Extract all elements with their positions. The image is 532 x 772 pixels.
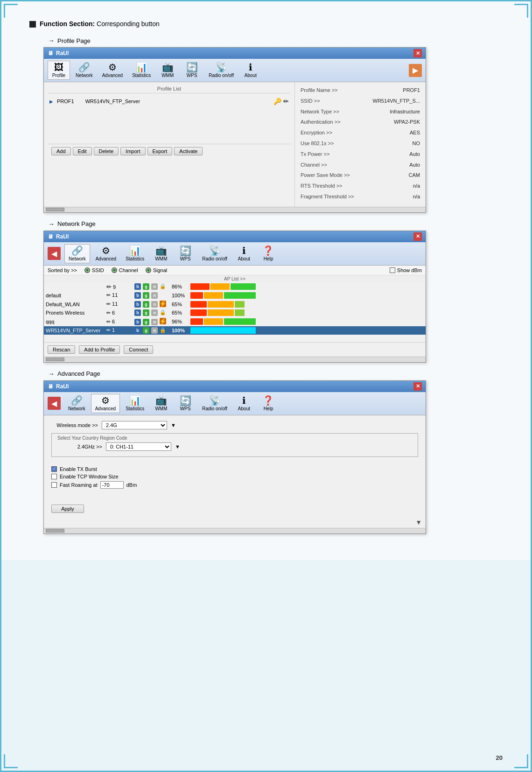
cell-signal-pct: 86% [170,282,189,291]
wmm-btn-label2: WMM [155,256,167,261]
table-row[interactable]: Default_WLAN ✏ 11 b g n ⚡ 65% [44,300,426,309]
cell-ssid: qqq [44,317,105,326]
channel-radio-dot[interactable] [112,267,117,273]
signal-bar-container4 [190,309,256,316]
close-button-profile[interactable]: ✕ [413,49,422,57]
help-icon: ❓ [262,246,274,255]
toolbar-wps-adv-btn[interactable]: 🔄 WPS [174,394,196,413]
toolbar-help-net-btn[interactable]: ❓ Help [257,245,280,263]
scrollbar-advanced[interactable] [44,528,426,533]
toolbar-radioonoff-net-btn[interactable]: 📡 Radio on/off [198,245,231,263]
ssid-radio[interactable]: SSID [84,267,104,273]
connect-button[interactable]: Connect [124,345,153,354]
add-button[interactable]: Add [51,147,71,155]
signal-bar-yellow [210,283,230,290]
toolbar-back-btn[interactable]: ◀ [48,247,61,260]
scrollbar-thumb-profile[interactable] [46,208,64,211]
profile-name: PROF1 [57,98,74,104]
toolbar-profile-btn[interactable]: 🖼 Profile [48,61,70,80]
close-button-network[interactable]: ✕ [413,232,422,241]
toolbar-about-net-btn[interactable]: ℹ About [233,245,255,263]
toolbar-about-adv-btn[interactable]: ℹ About [233,394,255,413]
table-row[interactable]: qqq ✏ 6 b g n ⚡ 96% [44,317,426,326]
wmm-icon-adv: 📺 [155,396,167,405]
toolbar-wmm-net-btn[interactable]: 📺 WMM [150,245,172,263]
toolbar-back-btn-adv[interactable]: ◀ [48,397,61,410]
scroll-down-area: ▼ [44,519,426,528]
signal-bar-yellow3 [208,301,234,308]
scrollbar-thumb-advanced[interactable] [46,529,64,533]
proto-g: g [143,283,149,290]
toolbar-help-adv-btn[interactable]: ❓ Help [257,394,280,413]
profile-key-icon[interactable]: 🔑 [273,98,281,105]
show-dbm-checkbox[interactable] [390,267,395,273]
toolbar-statistics-net-btn[interactable]: 📊 Statistics [122,245,148,263]
close-button-advanced[interactable]: ✕ [413,382,422,391]
toolbar-radioonoff-btn[interactable]: 📡 Radio on/off [205,61,238,79]
signal-bar-container6 [190,327,256,334]
wireless-mode-select[interactable]: 2.4G [102,421,167,429]
apply-button[interactable]: Apply [51,505,84,513]
toolbar-wps-btn[interactable]: 🔄 WPS [181,61,203,79]
freq-select[interactable]: 0: CH1-11 [106,442,171,451]
signal-radio[interactable]: Signal [146,267,168,273]
toolbar-advanced-btn[interactable]: ⚙ Advanced [98,61,126,79]
toolbar-wmm-btn[interactable]: 📺 WMM [156,61,179,79]
encryption-value: AES [410,128,420,138]
signal-bar-green [231,283,256,290]
help-btn-label: Help [264,256,273,261]
table-row[interactable]: Pronets Wireless ✏ 6 b g n 🔒 65% [44,309,426,317]
cell-ssid [44,282,105,291]
tx-burst-row[interactable]: ✓ Enable TX Burst [51,466,418,472]
cell-signal-bar-selected [189,326,426,335]
tcp-window-checkbox[interactable] [51,474,57,479]
toolbar-wps-net-btn[interactable]: 🔄 WPS [174,245,196,263]
fast-roaming-checkbox[interactable] [51,482,57,488]
scrollbar-network[interactable] [44,357,426,362]
signal-bar-red [190,283,210,290]
edit-button[interactable]: Edit [73,147,92,155]
advanced-label-adv: Advanced [95,406,116,411]
table-row-selected[interactable]: WR514VN_FTP_Server ✏ 1 b g n 🔒 100% [44,326,426,335]
toolbar-network-active-btn[interactable]: 🔗 Network [64,244,90,263]
channel-radio[interactable]: Channel [112,267,138,273]
corner-decoration-tl [4,4,18,18]
fast-roaming-row[interactable]: Fast Roaming at dBm [51,481,418,489]
signal-bar-yellow4 [208,309,234,316]
section-title: Function Section: Corresponding button [40,20,160,28]
toolbar-network-adv-btn[interactable]: 🔗 Network [64,394,89,413]
add-to-profile-button[interactable]: Add to Profile [79,345,120,354]
tx-burst-checkbox[interactable]: ✓ [51,466,57,472]
toolbar-advanced-net-btn[interactable]: ⚙ Advanced [92,245,120,263]
scrollbar-profile[interactable] [44,207,426,212]
toolbar-statistics-adv-btn[interactable]: 📊 Statistics [122,394,148,413]
proto-g5: g [143,319,149,325]
rescan-button[interactable]: Rescan [48,345,75,354]
dbm-label: dBm [126,482,137,488]
ssid-radio-dot[interactable] [84,267,90,273]
table-row: ▶ PROF1 WR514VN_FTP_Server 🔑 ✏ [48,96,291,106]
toolbar-radioonoff-adv-btn[interactable]: 📡 Radio on/off [198,394,231,413]
activate-button[interactable]: Activate [174,147,203,155]
signal-radio-dot[interactable] [146,267,151,273]
toolbar-wmm-adv-btn[interactable]: 📺 WMM [150,394,172,413]
toolbar-advanced-adv-btn[interactable]: ⚙ Advanced [91,394,120,413]
fast-roaming-input[interactable] [100,481,124,489]
import-button[interactable]: Import [120,147,145,155]
corner-decoration-br [514,754,528,768]
profile-edit-icon[interactable]: ✏ [283,98,289,105]
scrollbar-thumb-network[interactable] [46,358,64,361]
toolbar-statistics-btn[interactable]: 📊 Statistics [128,61,154,79]
delete-button[interactable]: Delete [94,147,119,155]
toolbar-network-btn[interactable]: 🔗 Network [72,61,97,79]
profile-page-label: Profile Page [57,37,91,44]
statistics-label-adv: Statistics [126,406,144,411]
toolbar-forward-btn[interactable]: ▶ [409,64,422,77]
export-button[interactable]: Export [147,147,173,155]
cell-channel-selected: ✏ 1 [105,326,133,335]
tcp-window-row[interactable]: Enable TCP Window Size [51,474,418,479]
profile-list-spacer [48,106,291,144]
table-row[interactable]: default ✏ 11 b g n 100% [44,291,426,300]
toolbar-about-btn[interactable]: ℹ About [239,61,262,79]
table-row[interactable]: ✏ 9 b g n 🔒 86% [44,282,426,291]
